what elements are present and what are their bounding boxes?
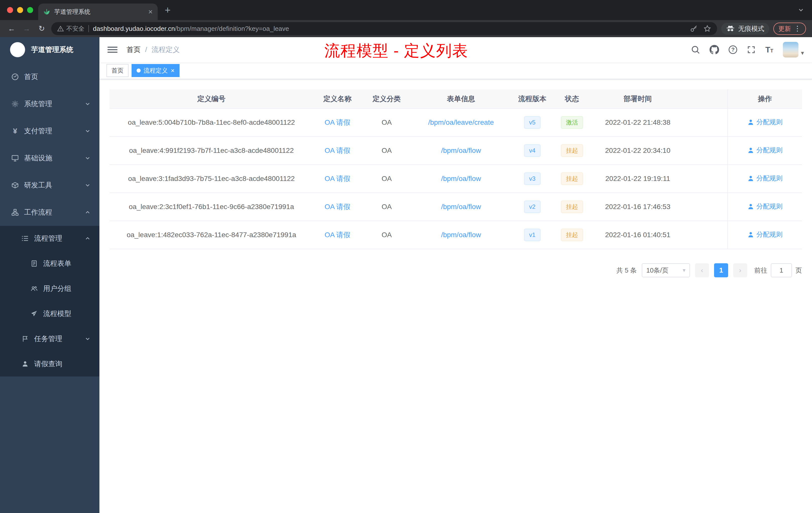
- status-badge: 挂起: [561, 144, 583, 157]
- sidebar-item-system[interactable]: 系统管理: [0, 90, 99, 117]
- forward-button[interactable]: →: [21, 25, 32, 32]
- browser-tab[interactable]: 芋道管理系统 ×: [38, 3, 158, 20]
- sidebar-item-label: 系统管理: [24, 99, 52, 109]
- form-link[interactable]: /bpm/oa/flow: [441, 175, 481, 182]
- table-row: oa_leave:5:004b710b-7b8a-11ec-8ef0-acde4…: [110, 109, 802, 137]
- browser-update-button[interactable]: 更新 ⋮: [773, 23, 806, 35]
- version-tag: v2: [524, 201, 540, 213]
- hamburger-icon[interactable]: [108, 47, 117, 53]
- sidebar-item-home[interactable]: 首页: [0, 63, 99, 90]
- definition-name-link[interactable]: OA 请假: [325, 118, 350, 126]
- cell-time: 2022-01-16 17:46:53: [589, 193, 686, 221]
- user-icon: [748, 147, 754, 154]
- bookmark-star-icon[interactable]: [703, 25, 711, 32]
- cell-time: 2022-01-22 19:19:11: [589, 164, 686, 193]
- breadcrumb: 首页 / 流程定义: [126, 45, 180, 55]
- browser-window: 芋道管理系统 × + ← → ↻ 不安全 dashboard.yudao.ioc…: [0, 0, 812, 513]
- definition-name-link[interactable]: OA 请假: [325, 175, 350, 182]
- form-link[interactable]: /bpm/oa/flow: [441, 147, 481, 154]
- sidebar-item-devtools[interactable]: 研发工具: [0, 172, 99, 199]
- security-status[interactable]: 不安全: [57, 25, 84, 33]
- user-menu[interactable]: ▾: [783, 42, 804, 58]
- workflow-submenu: 流程管理 流程表单 用户分组: [0, 226, 99, 376]
- assign-rule-button[interactable]: 分配规则: [748, 174, 783, 183]
- back-button[interactable]: ←: [6, 25, 17, 32]
- minimize-window-button[interactable]: [17, 7, 23, 13]
- form-link[interactable]: /bpm/oa/flow: [441, 231, 481, 239]
- sidebar-item-label: 请假查询: [34, 359, 62, 369]
- avatar[interactable]: [783, 42, 799, 58]
- prev-page-button[interactable]: ‹: [695, 263, 709, 277]
- browser-menu-icon[interactable]: ⋮: [794, 25, 801, 32]
- cell-category: OA: [361, 193, 412, 221]
- status-badge: 挂起: [561, 229, 583, 241]
- sidebar-item-leave-query[interactable]: 请假查询: [0, 351, 99, 376]
- fullscreen-icon[interactable]: [747, 45, 756, 54]
- goto-page-input[interactable]: [771, 263, 792, 277]
- table-row: oa_leave:1:482ec033-762a-11ec-8477-a2380…: [110, 221, 802, 249]
- cell-category: OA: [361, 164, 412, 193]
- definition-name-link[interactable]: OA 请假: [325, 203, 350, 211]
- help-icon[interactable]: ?: [729, 46, 737, 54]
- tag-process-definition[interactable]: 流程定义 ×: [132, 64, 179, 77]
- goto-label: 前往: [754, 266, 767, 275]
- zoom-window-button[interactable]: [27, 7, 33, 13]
- assign-rule-button[interactable]: 分配规则: [748, 146, 783, 155]
- tag-close-icon[interactable]: ×: [171, 67, 174, 74]
- breadcrumb-home-link[interactable]: 首页: [126, 45, 141, 55]
- page-size-select[interactable]: 10条/页 ▾: [642, 263, 690, 277]
- sidebar-item-user-groups[interactable]: 用户分组: [0, 276, 99, 301]
- cell-id: oa_leave:5:004b710b-7b8a-11ec-8ef0-acde4…: [110, 109, 313, 137]
- breadcrumb-separator: /: [145, 46, 147, 54]
- version-tag: v4: [524, 144, 540, 157]
- form-link[interactable]: /bpm/oa/flow: [441, 203, 481, 211]
- key-icon[interactable]: [690, 25, 697, 32]
- incognito-badge: 无痕模式: [721, 23, 769, 35]
- list-icon: [21, 234, 29, 242]
- sidebar-item-workflow[interactable]: 工作流程: [0, 199, 99, 226]
- column-header-form: 表单信息: [412, 89, 510, 109]
- chevron-down-icon: [85, 128, 90, 134]
- tab-search-chevron-icon[interactable]: [798, 7, 804, 13]
- column-header-filler: [686, 89, 728, 109]
- assign-rule-button[interactable]: 分配规则: [748, 118, 783, 126]
- next-page-button[interactable]: ›: [733, 263, 747, 277]
- sidebar-item-process-form[interactable]: 流程表单: [0, 251, 99, 276]
- search-icon[interactable]: [691, 45, 700, 54]
- font-size-icon[interactable]: TT: [765, 45, 773, 55]
- definition-name-link[interactable]: OA 请假: [325, 147, 350, 154]
- sidebar-item-infrastructure[interactable]: 基础设施: [0, 145, 99, 172]
- form-link[interactable]: /bpm/oa/leave/create: [428, 118, 494, 126]
- url-path: /bpm/manager/definition?key=oa_leave: [175, 25, 289, 32]
- address-bar[interactable]: 不安全 dashboard.yudao.iocoder.cn/bpm/manag…: [51, 22, 717, 35]
- cell-time: 2022-01-22 21:48:38: [589, 109, 686, 137]
- tag-label: 首页: [112, 66, 123, 74]
- url-text: dashboard.yudao.iocoder.cn/bpm/manager/d…: [93, 25, 686, 33]
- table-row: oa_leave:2:3c1f0ef1-76b1-11ec-9c66-a2380…: [110, 193, 802, 221]
- browser-toolbar: ← → ↻ 不安全 dashboard.yudao.iocoder.cn/bpm…: [0, 20, 812, 37]
- tab-close-icon[interactable]: ×: [148, 8, 153, 16]
- sidebar-item-process-management[interactable]: 流程管理: [0, 226, 99, 251]
- table-row: oa_leave:3:1fad3d93-7b75-11ec-a3c8-acde4…: [110, 164, 802, 193]
- close-window-button[interactable]: [7, 7, 13, 13]
- sidebar-item-payment[interactable]: ¥ 支付管理: [0, 117, 99, 145]
- new-tab-button[interactable]: +: [165, 4, 171, 16]
- breadcrumb-current: 流程定义: [152, 45, 180, 55]
- chevron-up-icon: [85, 210, 90, 215]
- assign-rule-button[interactable]: 分配规则: [748, 202, 783, 211]
- current-page-button[interactable]: 1: [714, 263, 728, 277]
- page-size-value: 10条/页: [646, 266, 668, 275]
- toolbox-icon: [11, 181, 19, 189]
- tag-home[interactable]: 首页: [107, 64, 128, 77]
- sidebar-item-process-model[interactable]: 流程模型: [0, 301, 99, 326]
- assign-rule-button[interactable]: 分配规则: [748, 230, 783, 239]
- github-icon[interactable]: [709, 45, 719, 55]
- security-label: 不安全: [66, 25, 84, 33]
- annotation-title: 流程模型 - 定义列表: [324, 40, 468, 61]
- workflow-icon: [11, 208, 19, 216]
- definition-name-link[interactable]: OA 请假: [325, 231, 350, 239]
- chevron-down-icon: [85, 336, 90, 341]
- sidebar-item-label: 首页: [24, 72, 38, 82]
- sidebar-item-task-management[interactable]: 任务管理: [0, 326, 99, 351]
- reload-button[interactable]: ↻: [36, 25, 47, 32]
